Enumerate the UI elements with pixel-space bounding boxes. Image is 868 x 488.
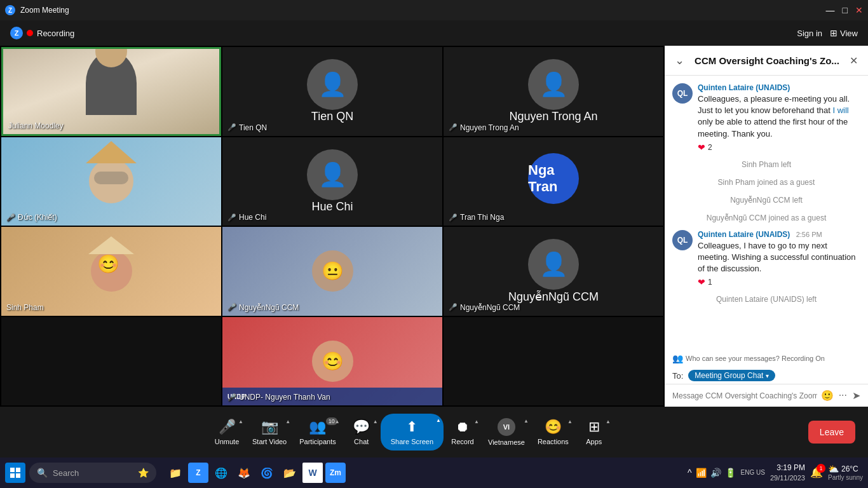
taskbar-app-explorer[interactable]: 📂 bbox=[280, 463, 300, 483]
unmute-button[interactable]: 🎤 Unmute ▲ bbox=[208, 415, 246, 449]
leave-button[interactable]: Leave bbox=[808, 421, 855, 444]
share-caret[interactable]: ▲ bbox=[436, 417, 441, 423]
network-icon[interactable]: 📶 bbox=[696, 468, 707, 478]
maximize-btn[interactable]: □ bbox=[843, 5, 848, 15]
system-msg-4: NguyễnNgũ CCM joined as a guest bbox=[672, 212, 860, 224]
juliann-name: Juliann Moodley bbox=[8, 121, 64, 130]
zoom-logo-sm: Z bbox=[10, 27, 23, 39]
taskbar-app-browser1[interactable]: 🌐 bbox=[211, 463, 231, 483]
participant-cell-tienqn: 👤 Tien QN 🎤 Tien QN bbox=[222, 47, 442, 136]
participant-cell-undp: 😊 UNDP 🎤 UNDP- Nguyen Thanh Van bbox=[222, 317, 442, 406]
chat-collapse-icon[interactable]: ⌄ bbox=[675, 53, 684, 67]
participant-cell-huechi: 👤 Hue Chi 🎤 Hue Chi bbox=[222, 137, 442, 226]
ngatran-name: 🎤 Tran Thi Nga bbox=[449, 213, 504, 222]
top-bar-right[interactable]: Sign in ⊞ View bbox=[797, 28, 858, 38]
chat-input[interactable] bbox=[672, 391, 817, 400]
system-msg-2: Sinh Pham joined as a guest bbox=[672, 177, 860, 188]
glasses bbox=[93, 47, 111, 49]
chat-message-1: QL Quinten Lataire (UNAIDS) Colleagues, … bbox=[672, 83, 860, 152]
taskbar-apps: 📁 Z 🌐 🦊 🌀 📂 W Zm bbox=[165, 463, 346, 483]
nguyentrongan-label: Nguyen Trong An bbox=[509, 110, 597, 123]
record-label: Record bbox=[451, 438, 473, 445]
participants-label: Participants bbox=[299, 438, 336, 445]
empty-cell-1 bbox=[1, 317, 221, 406]
audio-icon[interactable]: 🔊 bbox=[710, 468, 721, 478]
msg-sender-2: Quinten Lataire (UNAIDS) 2:56 PM bbox=[698, 230, 860, 239]
reactions-label: Reactions bbox=[538, 438, 569, 445]
tienqn-name: 🎤 Tien QN bbox=[227, 123, 267, 132]
more-options-icon[interactable]: ··· bbox=[839, 390, 847, 402]
taskbar-app-zoom2[interactable]: Zm bbox=[325, 463, 346, 483]
weather-temp: 26°C bbox=[841, 464, 858, 473]
participant-cell-duc: 🎤 Đức (Khiết) bbox=[1, 137, 221, 226]
start-video-button[interactable]: 📷 Start Video ▲ bbox=[246, 415, 293, 449]
chat-to-badge[interactable]: Meeting Group Chat ▾ bbox=[688, 370, 775, 381]
taskbar-app-browser2[interactable]: 🦊 bbox=[234, 463, 254, 483]
share-screen-button[interactable]: ⬆ Share Screen ▲ bbox=[381, 414, 444, 451]
chat-close-icon[interactable]: ✕ bbox=[850, 55, 858, 67]
lang-caret[interactable]: ▲ bbox=[524, 418, 529, 424]
chat-header: ⌄ CCM Oversight Coaching's Zo... ✕ bbox=[665, 46, 868, 76]
reaction-row-1: ❤ 2 bbox=[698, 142, 860, 152]
language-icon: VI bbox=[498, 418, 515, 436]
emoji-icon[interactable]: 🙂 bbox=[821, 390, 834, 402]
video-caret[interactable]: ▲ bbox=[285, 419, 290, 424]
taskbar-search[interactable]: 🔍 Search ⭐ bbox=[29, 463, 156, 483]
undp-name: 🎤 UNDP- Nguyen Thanh Van bbox=[227, 393, 330, 402]
reaction-count-1: 2 bbox=[708, 143, 712, 152]
chat-caret[interactable]: ▲ bbox=[373, 419, 378, 424]
reactions-icon: 😊 bbox=[545, 419, 562, 435]
notification-bell[interactable]: 🔔 1 bbox=[810, 466, 823, 478]
participants-button[interactable]: 👥 Participants 10 ▲ bbox=[293, 415, 342, 449]
record-caret[interactable]: ▲ bbox=[474, 419, 479, 424]
notification-badge: 1 bbox=[817, 464, 825, 473]
participants-icon: 👥 bbox=[309, 419, 326, 435]
title-bar-controls[interactable]: — □ ✕ bbox=[826, 5, 863, 15]
toolbar: 🎤 Unmute ▲ 📷 Start Video ▲ 👥 Participant… bbox=[0, 407, 868, 458]
chat-to-row: To: Meeting Group Chat ▾ bbox=[665, 367, 868, 384]
participant-cell-sinh: 😐 🎤 NguyễnNgũ CCM bbox=[222, 227, 442, 316]
participants-caret[interactable]: ▲ bbox=[335, 419, 340, 424]
view-btn[interactable]: ⊞ View bbox=[830, 28, 858, 38]
taskbar-app-files[interactable]: 📁 bbox=[165, 463, 186, 483]
taskbar-app-zoom[interactable]: Z bbox=[188, 463, 208, 483]
video-grid: Juliann Moodley 👤 Tien QN 🎤 Tien QN 👤 Ng… bbox=[0, 46, 665, 407]
main-content: Juliann Moodley 👤 Tien QN 🎤 Tien QN 👤 Ng… bbox=[0, 46, 868, 407]
reactions-button[interactable]: 😊 Reactions ▲ bbox=[531, 415, 575, 449]
svg-rect-4 bbox=[10, 473, 15, 478]
unmute-caret[interactable]: ▲ bbox=[238, 419, 243, 424]
apps-caret[interactable]: ▲ bbox=[606, 419, 611, 424]
taskbar-app-word[interactable]: W bbox=[302, 463, 323, 483]
taskbar-clock: 3:19 PM 29/11/2023 bbox=[770, 463, 805, 482]
chat-panel: ⌄ CCM Oversight Coaching's Zo... ✕ QL Qu… bbox=[665, 46, 868, 407]
muted-icon6: 🎤 bbox=[227, 303, 236, 311]
chat-input-row[interactable]: 🙂 ··· ➤ bbox=[665, 384, 868, 407]
svg-rect-3 bbox=[16, 468, 20, 472]
reactions-caret[interactable]: ▲ bbox=[567, 419, 573, 424]
sign-in-btn[interactable]: Sign in bbox=[797, 29, 822, 38]
msg-text-2: Colleagues, I have to go to my next meet… bbox=[698, 240, 860, 275]
huechi-avatar: 👤 bbox=[307, 149, 358, 200]
tray-icon-1: ^ bbox=[688, 468, 692, 478]
head-figure bbox=[95, 47, 127, 67]
language-button[interactable]: VI Vietnamese ▲ bbox=[482, 414, 531, 450]
chat-label: Chat bbox=[354, 438, 369, 445]
record-button[interactable]: ⏺ Record ▲ bbox=[444, 415, 482, 449]
undp-head: 😊 bbox=[312, 341, 353, 382]
apps-label: Apps bbox=[586, 438, 602, 445]
battery-icon: 🔋 bbox=[725, 468, 736, 478]
close-btn[interactable]: ✕ bbox=[855, 5, 863, 15]
minimize-btn[interactable]: — bbox=[826, 5, 835, 15]
search-icon: 🔍 bbox=[37, 468, 48, 478]
privacy-note: Who can see your messages? Recording On bbox=[686, 355, 825, 362]
chat-button[interactable]: 💬 Chat ▲ bbox=[342, 415, 381, 449]
weather-icon: ⛅ bbox=[828, 464, 839, 474]
privacy-icon: 👥 bbox=[672, 353, 683, 363]
recording-badge: Z Recording bbox=[10, 27, 74, 39]
start-button[interactable] bbox=[5, 463, 25, 483]
send-icon[interactable]: ➤ bbox=[852, 390, 860, 402]
apps-button[interactable]: ⊞ Apps ▲ bbox=[575, 415, 613, 449]
muted-icon7: 🎤 bbox=[449, 303, 458, 311]
taskbar-app-edge[interactable]: 🌀 bbox=[257, 463, 277, 483]
reaction-row-2: ❤ 1 bbox=[698, 277, 860, 287]
